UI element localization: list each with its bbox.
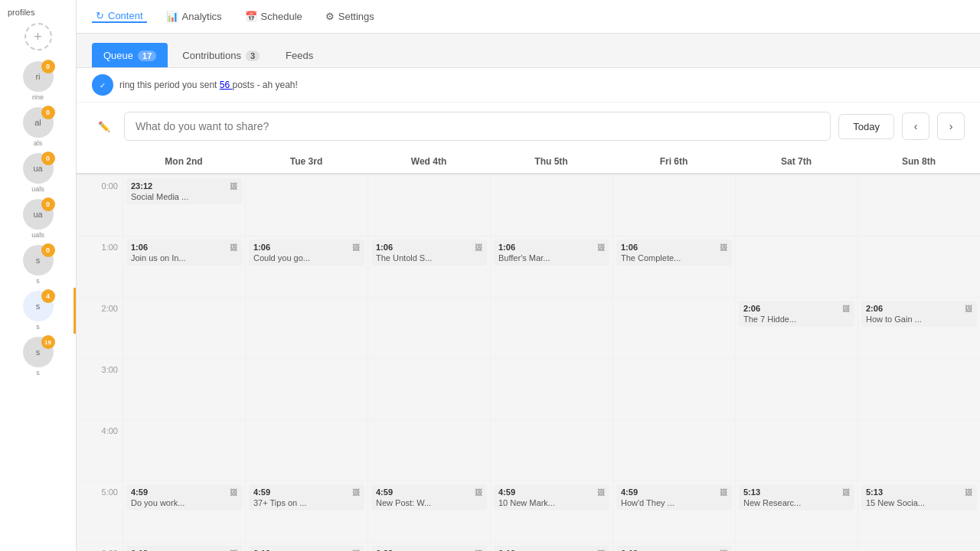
nav-content[interactable]: ↻ Content	[92, 10, 147, 23]
cell-3-tue[interactable]	[245, 358, 368, 419]
cell-0-sat[interactable]	[735, 174, 858, 236]
sidebar-item-s2[interactable]: s 4 s	[0, 288, 76, 334]
event-6-tue[interactable]: 6:19 🖼	[249, 546, 364, 551]
cell-1-wed[interactable]: 1:06 🖼 The Untold S...	[368, 236, 490, 297]
cell-6-mon[interactable]: 6:19 🖼	[122, 542, 245, 551]
cell-2-wed[interactable]	[368, 297, 490, 358]
event-6-wed[interactable]: 6:23 🖼	[371, 546, 487, 551]
cell-1-fri[interactable]: 1:06 🖼 The Complete...	[612, 236, 735, 297]
cell-3-sat[interactable]	[735, 358, 858, 419]
event-0-mon[interactable]: 23:12 🖼 Social Media ...	[126, 178, 242, 204]
cell-6-fri[interactable]: 6:19 🖼	[612, 542, 735, 551]
add-profile-button[interactable]: +	[24, 23, 52, 51]
cell-3-fri[interactable]	[612, 358, 735, 419]
cell-2-fri[interactable]	[612, 297, 735, 358]
cell-6-sat[interactable]	[735, 542, 858, 551]
tab-contributions[interactable]: Contributions 3	[171, 43, 271, 67]
cell-5-wed[interactable]: 4:59 🖼 New Post: W...	[368, 481, 490, 542]
today-button[interactable]: Today	[838, 114, 894, 139]
event-2-sat[interactable]: 2:06 🖼 The 7 Hidde...	[739, 301, 854, 327]
cell-3-wed[interactable]	[368, 358, 490, 419]
sidebar-item-s1[interactable]: s 0 s	[0, 242, 76, 288]
event-title: 15 New Socia...	[866, 498, 972, 507]
sidebar-item-uals1[interactable]: ua 0 uals	[0, 150, 76, 196]
avatar-label: ri	[35, 72, 40, 81]
event-2-sun[interactable]: 2:06 🖼 How to Gain ...	[861, 301, 977, 327]
next-week-button[interactable]: ›	[937, 112, 965, 140]
event-5-sat[interactable]: 5:13 🖼 New Researc...	[739, 484, 854, 510]
cell-4-sat[interactable]	[735, 419, 858, 481]
cell-5-sat[interactable]: 5:13 🖼 New Researc...	[735, 481, 858, 542]
cell-3-thu[interactable]	[490, 358, 612, 419]
cell-1-sat[interactable]	[735, 236, 858, 297]
info-bar: ✓ ring this period you sent 56 posts - a…	[77, 68, 980, 103]
event-time: 1:06 🖼	[376, 243, 482, 252]
event-1-thu[interactable]: 1:06 🖼 Buffer's Mar...	[494, 240, 609, 266]
cell-4-tue[interactable]	[245, 419, 368, 481]
sidebar-item-als1[interactable]: al 0 als	[0, 104, 76, 150]
cell-2-thu[interactable]	[490, 297, 612, 358]
cell-5-mon[interactable]: 4:59 🖼 Do you work...	[122, 481, 245, 542]
tab-feeds[interactable]: Feeds	[274, 43, 325, 67]
cell-6-tue[interactable]: 6:19 🖼	[245, 542, 368, 551]
cell-2-sat[interactable]: 2:06 🖼 The 7 Hidde...	[735, 297, 858, 358]
nav-schedule[interactable]: 📅 Schedule	[241, 11, 306, 22]
cell-3-sun[interactable]	[858, 358, 980, 419]
cell-0-wed[interactable]	[368, 174, 490, 236]
event-6-mon[interactable]: 6:19 🖼	[126, 546, 242, 551]
tab-queue[interactable]: Queue 17	[92, 43, 168, 67]
cell-5-tue[interactable]: 4:59 🖼 37+ Tips on ...	[245, 481, 368, 542]
cell-0-sun[interactable]	[858, 174, 980, 236]
event-5-tue[interactable]: 4:59 🖼 37+ Tips on ...	[249, 484, 364, 510]
event-5-mon[interactable]: 4:59 🖼 Do you work...	[126, 484, 242, 510]
event-6-thu[interactable]: 6:19 🖼	[494, 546, 609, 551]
cell-2-mon[interactable]	[122, 297, 245, 358]
cell-2-sun[interactable]: 2:06 🖼 How to Gain ...	[858, 297, 980, 358]
event-5-fri[interactable]: 4:59 🖼 How'd They ...	[616, 484, 732, 510]
cell-4-fri[interactable]	[612, 419, 735, 481]
cell-4-wed[interactable]	[368, 419, 490, 481]
cell-2-tue[interactable]	[245, 297, 368, 358]
sidebar-label-als1: als	[34, 139, 43, 147]
prev-week-button[interactable]: ‹	[902, 112, 929, 140]
cell-0-tue[interactable]	[245, 174, 368, 236]
image-icon: 🖼	[720, 243, 727, 252]
cell-5-sun[interactable]: 5:13 🖼 15 New Socia...	[858, 481, 980, 542]
cell-6-wed[interactable]: 6:23 🖼	[368, 542, 490, 551]
nav-analytics[interactable]: 📊 Analytics	[162, 11, 226, 22]
cell-1-sun[interactable]	[858, 236, 980, 297]
sidebar-item-rine[interactable]: ri 0 rine	[0, 58, 76, 104]
event-1-wed[interactable]: 1:06 🖼 The Untold S...	[371, 240, 487, 266]
event-5-sun[interactable]: 5:13 🖼 15 New Socia...	[861, 484, 977, 510]
compose-input[interactable]	[124, 112, 831, 141]
event-1-mon[interactable]: 1:06 🖼 Join us on In...	[126, 240, 242, 266]
event-time: 4:59 🖼	[253, 487, 360, 497]
cell-1-thu[interactable]: 1:06 🖼 Buffer's Mar...	[490, 236, 612, 297]
event-5-thu[interactable]: 4:59 🖼 10 New Mark...	[494, 484, 609, 510]
event-5-wed[interactable]: 4:59 🖼 New Post: W...	[371, 484, 487, 510]
cell-0-fri[interactable]	[612, 174, 735, 236]
event-1-tue[interactable]: 1:06 🖼 Could you go...	[249, 240, 364, 266]
cell-4-thu[interactable]	[490, 419, 612, 481]
event-6-fri[interactable]: 6:19 🖼	[616, 546, 732, 551]
cell-3-mon[interactable]	[122, 358, 245, 419]
content-icon: ↻	[96, 10, 104, 21]
nav-settings[interactable]: ⚙ Settings	[322, 11, 378, 22]
cell-6-sun[interactable]	[858, 542, 980, 551]
cell-6-thu[interactable]: 6:19 🖼	[490, 542, 612, 551]
cell-4-sun[interactable]	[858, 419, 980, 481]
sidebar-item-s3[interactable]: s 19 s	[0, 334, 76, 380]
info-count-link[interactable]: 56	[220, 80, 233, 90]
cell-0-mon[interactable]: 23:12 🖼 Social Media ...	[122, 174, 245, 236]
edit-icon[interactable]: ✏️	[92, 114, 116, 139]
calendar-wrapper[interactable]: Mon 2nd Tue 3rd Wed 4th Thu 5th Fri 6th …	[77, 150, 980, 551]
cell-5-fri[interactable]: 4:59 🖼 How'd They ...	[612, 481, 735, 542]
cell-5-thu[interactable]: 4:59 🖼 10 New Mark...	[490, 481, 612, 542]
sidebar-item-uals2[interactable]: ua 0 uals	[0, 196, 76, 242]
cell-1-tue[interactable]: 1:06 🖼 Could you go...	[245, 236, 368, 297]
event-1-fri[interactable]: 1:06 🖼 The Complete...	[616, 240, 732, 266]
cell-0-thu[interactable]	[490, 174, 612, 236]
cell-4-mon[interactable]	[122, 419, 245, 481]
event-time: 4:59 🖼	[376, 487, 482, 497]
cell-1-mon[interactable]: 1:06 🖼 Join us on In...	[122, 236, 245, 297]
